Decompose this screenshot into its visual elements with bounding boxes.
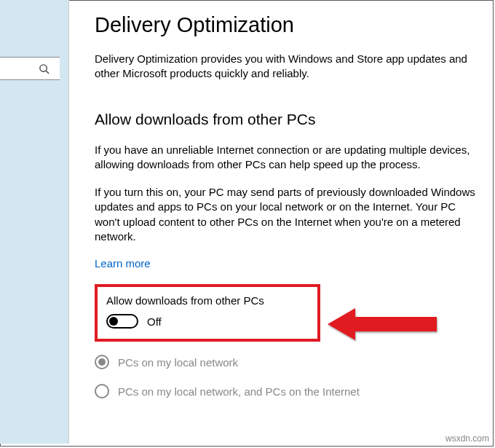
page-title: Delivery Optimization — [95, 13, 479, 37]
radio-icon — [95, 355, 109, 369]
svg-line-1 — [46, 71, 49, 74]
toggle-state-text: Off — [147, 315, 162, 328]
watermark: wsxdn.com — [446, 433, 489, 444]
search-input[interactable] — [0, 57, 60, 80]
search-icon — [39, 63, 50, 74]
section-title: Allow downloads from other PCs — [95, 111, 479, 128]
radio-label: PCs on my local network, and PCs on the … — [118, 385, 360, 398]
learn-more-link[interactable]: Learn more — [95, 257, 151, 270]
radio-label: PCs on my local network — [118, 356, 238, 369]
radio-option-internet[interactable]: PCs on my local network, and PCs on the … — [95, 384, 479, 398]
allow-downloads-toggle[interactable] — [106, 314, 138, 329]
section-para-2: If you turn this on, your PC may send pa… — [95, 185, 479, 244]
toggle-row: Off — [106, 314, 309, 329]
intro-text: Delivery Optimization provides you with … — [95, 52, 479, 82]
toggle-label: Allow downloads from other PCs — [106, 294, 309, 307]
sidebar — [0, 0, 69, 444]
toggle-knob — [109, 317, 118, 326]
section-para-1: If you have an unreliable Internet conne… — [95, 143, 479, 173]
svg-point-0 — [40, 64, 47, 71]
content-area: Delivery Optimization Delivery Optimizat… — [95, 13, 479, 413]
highlight-annotation: Allow downloads from other PCs Off — [95, 284, 320, 342]
radio-icon — [95, 384, 109, 398]
radio-option-local[interactable]: PCs on my local network — [95, 355, 479, 369]
